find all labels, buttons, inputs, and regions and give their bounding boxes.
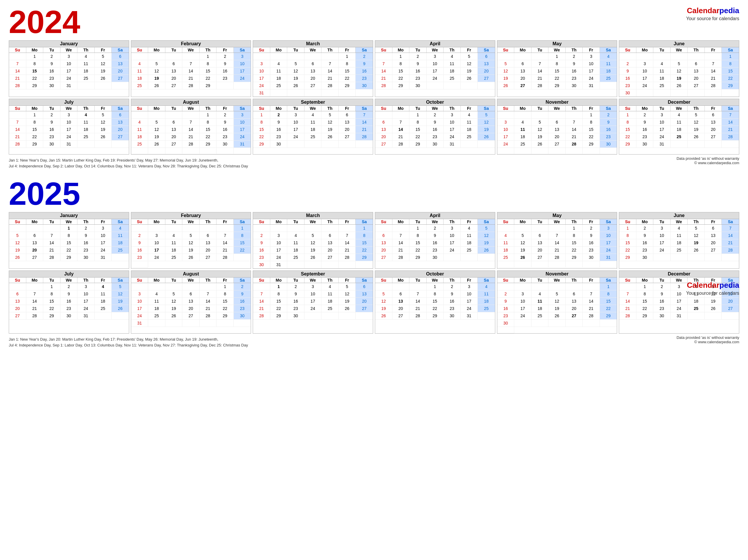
aug-2025: August Su Mo Tu We Th Fr Sa 1 2 3 4 5 [131,271,251,334]
aug-2024: August Su Mo Tu We Th Fr Sa 1 2 3 4 5 6 [131,99,251,155]
jul-2024: July Su Mo Tu We Th Fr Sa 1 2 3 4 5 6 7 … [9,99,129,155]
2024-footnote-right1: Data provided 'as is' without warranty [676,156,739,161]
may-2025: May Su Mo Tu We Th Fr Sa 1 2 3 4 5 6 [497,212,617,269]
feb-2025: February Su Mo Tu We Th Fr Sa 1 2 3 4 [131,212,251,269]
brand-second: Calendarpedia Your source for calendars [686,280,739,297]
2024-footnote2: Jul 4: Independence Day, Sep 2: Labor Da… [9,163,248,169]
jun-2024: June Su Mo Tu We Th Fr Sa 1 2 3 4 [619,40,739,97]
apr-2025: April Su Mo Tu We Th Fr Sa 1 2 3 4 5 6 7 [375,212,495,269]
brand-tagline-2: Your source for calendars [686,290,739,297]
brand-name: Calendarpedia [686,6,739,16]
2024-footnote-right2: © www.calendarpedia.com [676,161,739,165]
year-2025-section: 2025 January Su Mo Tu We Th Fr Sa 1 2 3 [9,178,739,348]
jul-2025: July Su Mo Tu We Th Fr Sa 1 2 3 4 5 6 7 … [9,271,129,334]
jan-2025: January Su Mo Tu We Th Fr Sa 1 2 3 4 5 6 [9,212,129,269]
2025-bottom-row: July Su Mo Tu We Th Fr Sa 1 2 3 4 5 6 7 … [9,271,739,334]
2024-footnote1: Jan 1: New Year's Day, Jan 15: Martin Lu… [9,158,248,163]
mar-2025: March Su Mo Tu We Th Fr Sa 1 2 3 4 [253,212,373,269]
2025-footnote-right2: © www.calendarpedia.com [676,340,739,344]
sep-2025: September Su Mo Tu We Th Fr Sa 1 2 3 4 5… [253,271,373,334]
dec-2025: December Su Mo Tu We Th Fr Sa 1 2 3 4 5 … [619,271,739,334]
brand-top-right: Calendarpedia Your source for calendars [686,6,739,22]
year-2024-section: 2024 January Su Mo Tu We Th Fr Sa 1 2 3 … [9,6,739,169]
apr-2024: April Su Mo Tu We Th Fr Sa 1 2 3 4 5 6 7… [375,40,495,97]
nov-2024: November Su Mo Tu We Th Fr Sa 1 2 3 4 [497,99,617,155]
year-2024-title: 2024 [9,6,739,38]
2025-top-row: January Su Mo Tu We Th Fr Sa 1 2 3 4 5 6 [9,212,739,269]
brand-name-2: Calendarpedia [686,280,739,290]
2024-footnotes: Jan 1: New Year's Day, Jan 15: Martin Lu… [9,156,739,169]
oct-2024: October Su Mo Tu We Th Fr Sa 1 2 3 4 5 6… [375,99,495,155]
jan-2024: January Su Mo Tu We Th Fr Sa 1 2 3 4 5 6… [9,40,129,97]
brand-tagline: Your source for calendars [686,16,739,22]
2025-footnote1: Jan 1: New Year's Day, Jan 20: Martin Lu… [9,336,248,342]
2025-footnote2: Jul 4: Independence Day, Sep 1: Labor Da… [9,342,248,348]
jun-2025: June Su Mo Tu We Th Fr Sa 1 2 3 4 5 6 7 … [619,212,739,269]
2024-bottom-row: July Su Mo Tu We Th Fr Sa 1 2 3 4 5 6 7 … [9,99,739,155]
dec-2024: December Su Mo Tu We Th Fr Sa 1 2 3 4 5 … [619,99,739,155]
nov-2025: November Su Mo Tu We Th Fr Sa 1 2 3 4 [497,271,617,334]
2024-top-row: January Su Mo Tu We Th Fr Sa 1 2 3 4 5 6… [9,40,739,97]
may-2024: May Su Mo Tu We Th Fr Sa 1 2 3 4 5 6 7 [497,40,617,97]
2025-footnote-right1: Data provided 'as is' without warranty [676,335,739,340]
feb-2024: February Su Mo Tu We Th Fr Sa 1 2 3 4 5 [131,40,251,97]
sep-2024: September Su Mo Tu We Th Fr Sa 1 2 3 4 5… [253,99,373,155]
2025-footnotes: Jan 1: New Year's Day, Jan 20: Martin Lu… [9,335,739,348]
mar-2024: March Su Mo Tu We Th Fr Sa 1 2 3 4 5 [253,40,373,97]
oct-2025: October Su Mo Tu We Th Fr Sa 1 2 3 4 5 6 [375,271,495,334]
year-2025-title: 2025 [9,178,739,210]
